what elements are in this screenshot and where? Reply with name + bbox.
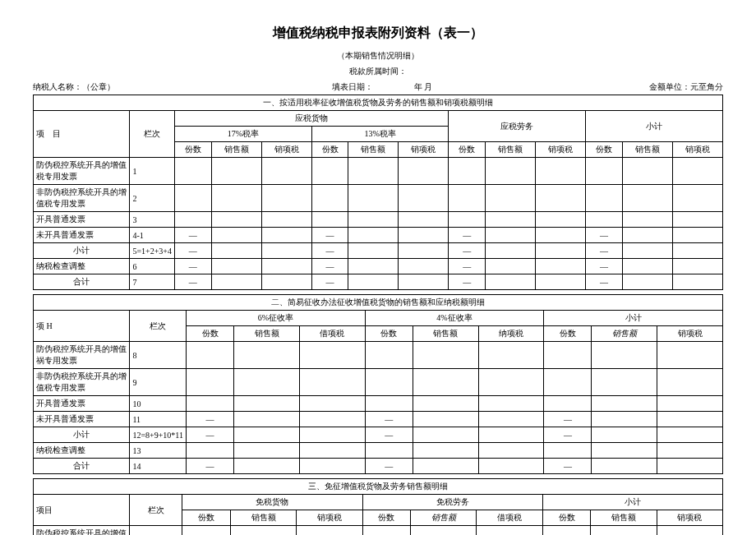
row4: 未开具普通发票4-1————	[34, 228, 723, 243]
row14: 合计14———	[34, 459, 723, 474]
h-copies: 份数	[175, 142, 212, 158]
col-free-goods: 免税货物	[182, 495, 362, 510]
section3-table: 三、免征增值税货物及劳务销售额明细 项目 栏次 免税货物 免税劳务 小计 份数销…	[33, 478, 723, 535]
h-tax: 销项税	[536, 142, 586, 158]
h-debit: 借项税	[299, 326, 365, 342]
row1: 防伪税控系统开具的增值税专用发票1	[34, 158, 723, 185]
col-total: 小计	[586, 111, 723, 142]
h-sales: 销售额	[622, 142, 672, 158]
col-total: 小计	[544, 311, 723, 326]
h-copies: 份数	[182, 510, 231, 526]
h-tax: 销项税	[657, 510, 722, 526]
rate6: 6%征收率	[187, 311, 366, 326]
h-copies: 份数	[542, 510, 591, 526]
row7: 合计7————	[34, 274, 723, 290]
section1-header: 一、按适用税率征收增值税货物及劳务的销售额和销项税额明细	[34, 95, 723, 111]
row5: 小计5=1+2+3+4————	[34, 243, 723, 259]
page-title: 增值税纳税申报表附列资料（表一）	[33, 25, 723, 42]
row13: 纳税检查调整13	[34, 443, 723, 459]
section3-header: 三、免征增值税货物及劳务销售额明细	[34, 479, 723, 495]
row2: 非防伪税控系统开具的增值税专用发票2	[34, 185, 723, 212]
h-tax: 销项税	[261, 142, 311, 158]
col-item: 项 目	[34, 111, 130, 158]
h-copies: 份数	[449, 142, 486, 158]
h-sales-it: 销售额	[592, 326, 657, 342]
unit-label: 金额单位：元至角分	[649, 81, 723, 93]
col-item2: 项 H	[34, 311, 130, 342]
h-sales: 销售额	[230, 510, 296, 526]
fill-date-label: 填表日期：	[332, 82, 373, 91]
section1-table: 一、按适用税率征收增值税货物及劳务的销售额和销项税额明细 项 目 栏次 应税货物…	[33, 95, 723, 290]
h-sales: 销售额	[413, 326, 478, 342]
h-copies: 份数	[311, 142, 348, 158]
row10: 开具普通发票10	[34, 396, 723, 412]
h-copies: 份数	[362, 510, 411, 526]
col-lane: 栏次	[130, 111, 175, 158]
h-sales: 销售额	[211, 142, 261, 158]
h-sales: 销售额	[486, 142, 536, 158]
h-sales: 销售额	[591, 510, 657, 526]
h-copies: 份数	[586, 142, 623, 158]
col-item3: 项目	[34, 495, 130, 526]
col-goods: 应税货物	[175, 111, 449, 127]
rate13: 13%税率	[311, 127, 449, 142]
h-tax: 销项税	[297, 510, 362, 526]
h-copies: 份数	[365, 326, 413, 342]
h-tax: 销项税	[657, 326, 723, 342]
h-natax: 纳项税	[478, 326, 544, 342]
h-sales: 销售额	[234, 326, 300, 342]
section2-table: 二、简易征收办法征收增值税货物的销售额和应纳税额明细 项 H 栏次 6%征收率 …	[33, 294, 723, 474]
row6: 纳税检查调整6————	[34, 259, 723, 274]
row9: 非防伪税控系统开具的增值税专用发票9	[34, 369, 723, 396]
rate4: 4%征收率	[365, 311, 544, 326]
row8: 防伪税控系统开具的增值祸专用发票8	[34, 342, 723, 369]
h-copies: 份数	[187, 326, 234, 342]
h-tax: 销项税	[672, 142, 722, 158]
col-free-svc: 免税劳务	[362, 495, 542, 510]
h-tax: 销项税	[399, 142, 449, 158]
taxpayer-label: 纳税人名称：（公章）	[33, 81, 115, 93]
row12: 小计12=8+9+10*11———	[34, 427, 723, 443]
row15: 防伪税控系统开具的增值楼专用15——------	[34, 526, 723, 536]
col-total: 小计	[542, 495, 722, 510]
fill-date-val: 年 月	[414, 82, 433, 91]
row3: 开具普通发票3	[34, 212, 723, 228]
h-sales: 销售额	[348, 142, 399, 158]
col-lane: 栏次	[130, 311, 187, 342]
rate17: 17%税率	[175, 127, 312, 142]
subtitle: （本期销售情况明细）	[33, 50, 723, 62]
row11: 未开具普通发票11———	[34, 412, 723, 427]
h-copies: 份数	[544, 326, 592, 342]
h-sales-it2: 销售额	[411, 510, 477, 526]
section2-header: 二、简易征收办法征收增值税货物的销售额和应纳税额明细	[34, 295, 723, 311]
period-label: 税款所属时间：	[33, 66, 723, 77]
h-debit: 借项税	[477, 510, 542, 526]
col-lane: 栏次	[130, 495, 182, 526]
col-service: 应税劳务	[449, 111, 586, 142]
